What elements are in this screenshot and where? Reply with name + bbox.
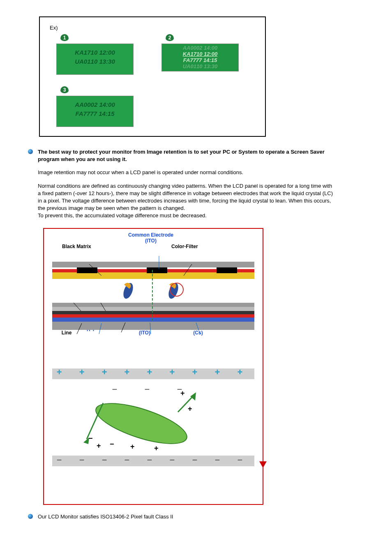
minus-row-top: − − −	[56, 384, 250, 395]
badge-1: 1	[60, 34, 69, 41]
bullet-icon	[28, 514, 33, 519]
svg-line-13	[87, 403, 103, 439]
panel2-line2: FA7777 14:15	[162, 57, 238, 63]
svg-line-12	[196, 322, 200, 334]
minus-row-bottom: − − − − − − − − −	[56, 455, 250, 465]
minus-icon: −	[88, 434, 93, 443]
plus-icon: +	[154, 444, 159, 453]
capacitor-diagram: + + + + + + + + + − − − + + + + + − − − …	[44, 360, 263, 504]
red-connector	[250, 228, 263, 229]
pointer-lines	[52, 241, 258, 336]
example-panel-3: AA0002 14:00 FA7777 14:15	[56, 96, 134, 127]
panel1-line2: UA0110 13:30	[57, 57, 133, 66]
example-figure: Ex) 1 KA1710 12:00 UA0110 13:30 2 AA0002…	[39, 16, 266, 137]
badge-2: 2	[166, 34, 174, 41]
minus-icon: −	[110, 440, 114, 449]
plus-icon: +	[188, 405, 192, 413]
svg-line-6	[74, 303, 81, 311]
panel2-top: AA0002 14:00	[162, 45, 238, 51]
svg-line-3	[89, 264, 101, 276]
example-panel-1: KA1710 12:00 UA0110 13:30	[56, 44, 134, 75]
svg-line-8	[77, 323, 82, 334]
lc-arrow-left-icon	[83, 400, 108, 445]
lcd-diagram: Common Electrode (ITO) Black Matrix Colo…	[43, 228, 263, 505]
svg-marker-16	[190, 392, 196, 401]
svg-line-9	[99, 323, 101, 334]
panel1-line1: KA1710 12:00	[57, 48, 133, 57]
svg-line-11	[150, 322, 151, 334]
plus-row-top: + + + + + + + + +	[56, 367, 250, 378]
svg-line-5	[184, 264, 192, 276]
bullet-iso: Our LCD Monitor satisfies ISO13406-2 Pix…	[38, 513, 173, 520]
panel3-line1: AA0002 14:00	[57, 100, 133, 109]
lc-arrow-right-icon	[175, 392, 199, 417]
example-panel-2: AA0002 14:00 KA1710 12:00 FA7777 14:15 U…	[161, 44, 239, 71]
paragraph-1: Image retention may not occur when a LCD…	[38, 169, 334, 176]
paragraph-2: Normal conditions are defined as continu…	[38, 182, 334, 212]
lcd-cross-section: Common Electrode (ITO) Black Matrix Colo…	[44, 229, 263, 360]
panel2-bottom: UA0110 13:30	[162, 63, 238, 69]
example-label: Ex)	[50, 25, 258, 31]
svg-line-10	[121, 322, 125, 332]
badge-3: 3	[60, 86, 69, 93]
red-arrow-icon	[263, 364, 263, 467]
panel3-line2: FA7777 14:15	[57, 109, 133, 118]
bullet-icon	[28, 149, 33, 154]
plus-icon: +	[97, 442, 101, 450]
plus-icon: +	[130, 442, 135, 451]
panel2-line1: KA1710 12:00	[162, 51, 238, 57]
bullet-best-way: The best way to protect your monitor fro…	[38, 148, 334, 163]
svg-line-7	[101, 303, 106, 311]
paragraph-3: To prevent this, the accumulated voltage…	[38, 212, 334, 219]
plus-icon: +	[180, 389, 185, 398]
